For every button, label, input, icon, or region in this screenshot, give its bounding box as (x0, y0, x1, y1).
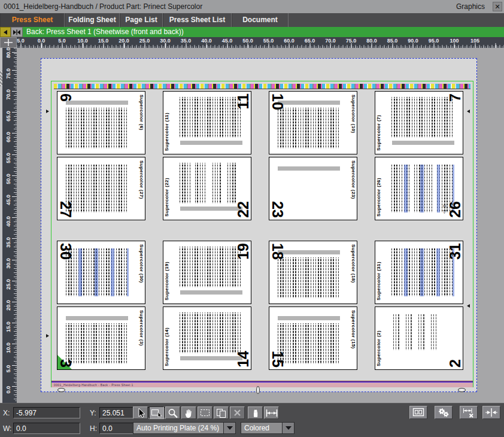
pan-tool[interactable] (181, 406, 196, 419)
delete-tool[interactable] (230, 406, 245, 419)
ruler-tick-label: 35.0 (181, 38, 192, 44)
page-number: 26 (448, 201, 462, 218)
press-page-19[interactable]: 19Supercolor (19) (163, 241, 251, 304)
press-page-31[interactable]: 31Supercolor (31) (375, 241, 463, 304)
plate-preview-icon (411, 407, 426, 418)
page-text-content (393, 314, 436, 350)
page-text-content (66, 323, 129, 364)
press-page-3[interactable]: 3Supercolor (3) (57, 306, 145, 370)
tab-page-list[interactable]: Page List (120, 13, 163, 27)
page-text-content (66, 165, 129, 213)
object-select-tool[interactable] (149, 406, 164, 419)
page-text-content (180, 312, 242, 353)
chevron-down-icon[interactable] (223, 423, 235, 433)
press-page-10[interactable]: 10Supercolor (10) (269, 91, 357, 154)
ruler-tick-label: 25.0 (139, 38, 150, 44)
press-page-14[interactable]: 14Supercolor (14) (163, 306, 251, 370)
press-page-27[interactable]: 27Supercolor (27) (57, 157, 145, 220)
tab-press-sheet-list[interactable]: Press Sheet List (163, 13, 232, 27)
vertical-ruler[interactable]: 80.075.070.065.060.055.050.045.040.035.0… (2, 48, 17, 403)
warning-icon: △ ⊖ (442, 204, 447, 215)
front-back-toggle-button[interactable] (11, 27, 23, 37)
page-label: Supercolor (3) (139, 310, 144, 346)
tab-document[interactable]: Document (232, 13, 289, 27)
page-number: 2 (448, 359, 462, 368)
tab-press-sheet[interactable]: Press Sheet (0, 13, 65, 27)
register-mark (467, 110, 470, 113)
ruler-tick-label: 30.0 (5, 255, 11, 272)
w-input[interactable] (13, 423, 80, 434)
tab-folding-sheet[interactable]: Folding Sheet (65, 13, 120, 27)
ruler-tick-label: 35.0 (5, 234, 11, 251)
mirror-view-button[interactable] (482, 406, 500, 419)
ruler-tick-label: 15.0 (98, 38, 109, 44)
color-mode-select[interactable]: Colored (241, 422, 294, 434)
horizontal-ruler[interactable]: 5.00.05.010.015.020.025.030.035.040.045.… (17, 37, 504, 48)
press-page-26[interactable]: 26Supercolor (26)△ ⊖ (375, 157, 463, 220)
ink-zones-icon (249, 408, 262, 418)
page-number: 22 (236, 201, 250, 218)
page-text-content (66, 108, 129, 148)
color-control-strip (54, 84, 470, 89)
slug-line: 0001_Heidelberg-Handbuch - Back - Press … (51, 383, 473, 387)
page-text-content (278, 257, 341, 298)
x-label: X: (3, 409, 10, 417)
page-number: 14 (236, 351, 250, 368)
press-page-6[interactable]: 6Supercolor (6) (57, 91, 145, 154)
select-tool[interactable] (133, 406, 148, 419)
ink-zones-tool[interactable] (248, 406, 263, 419)
press-page-7[interactable]: 7Supercolor (7) (375, 91, 463, 154)
page-text-content (391, 248, 454, 296)
ruler-tick-label: 25.0 (5, 276, 11, 293)
press-page-18[interactable]: 18Supercolor (18) (269, 241, 357, 304)
page-label: Supercolor (30) (139, 244, 144, 283)
ruler-tick-label: 5.0 (17, 38, 25, 44)
ruler-tick-label: 45.0 (5, 192, 11, 208)
ruler-tick-label: 60.0 (284, 38, 294, 44)
ruler-tick-label: 70.0 (325, 38, 336, 44)
plate-view-value: Auto Printing Plate (24 %) (133, 423, 223, 433)
marquee-tool[interactable] (198, 406, 212, 419)
chevron-down-icon[interactable] (282, 423, 294, 433)
plate-preview-button[interactable] (409, 406, 427, 419)
page-heading-bar (278, 166, 340, 171)
w-label: W: (3, 424, 11, 433)
register-mark (467, 304, 470, 308)
zoom-tool[interactable] (165, 406, 180, 419)
page-number: 6 (59, 93, 72, 102)
h-label: H: (90, 424, 97, 433)
press-page-30[interactable]: 30Supercolor (30) (57, 241, 145, 304)
plate-view-select[interactable]: Auto Printing Plate (24 %) (133, 422, 236, 434)
mirror-view-icon (484, 407, 499, 418)
x-input[interactable] (13, 407, 80, 418)
back-nav-button[interactable] (0, 27, 11, 37)
copy-pages-tool[interactable] (214, 406, 229, 419)
page-number: 23 (271, 201, 284, 218)
page-text-content (391, 97, 454, 138)
press-page-2[interactable]: 2Supercolor (2) (375, 306, 463, 370)
press-page-15[interactable]: 15Supercolor (15) (269, 306, 357, 370)
measure-tool[interactable] (264, 406, 279, 419)
press-page-23[interactable]: 23Supercolor (23) (269, 157, 357, 220)
page-label: Supercolor (7) (376, 115, 381, 151)
page-text-content (278, 108, 341, 148)
object-select-icon (150, 408, 163, 418)
ruler-tick-label: 105 (470, 38, 479, 44)
ruler-tick-label: 95.0 (429, 38, 439, 44)
close-icon[interactable]: ✕ (493, 2, 502, 11)
measure-reset-button[interactable] (460, 406, 478, 419)
page-number: 18 (271, 243, 284, 260)
settings-button[interactable] (435, 406, 453, 419)
page-number: 19 (236, 243, 250, 260)
ruler-tick-label: 20.0 (5, 297, 11, 314)
press-page-22[interactable]: 22Supercolor (22) (163, 157, 251, 220)
press-page-11[interactable]: 11Supercolor (11) (163, 91, 251, 154)
graphics-menu[interactable]: Graphics (456, 0, 485, 13)
page-number: 7 (448, 93, 462, 102)
page-number: 31 (448, 243, 462, 260)
punch-hole-right (458, 388, 466, 392)
page-heading-bar (66, 316, 128, 320)
page-label: Supercolor (11) (164, 113, 169, 151)
page-heading-bar (392, 141, 454, 145)
ruler-tick-label: 45.0 (222, 38, 233, 44)
